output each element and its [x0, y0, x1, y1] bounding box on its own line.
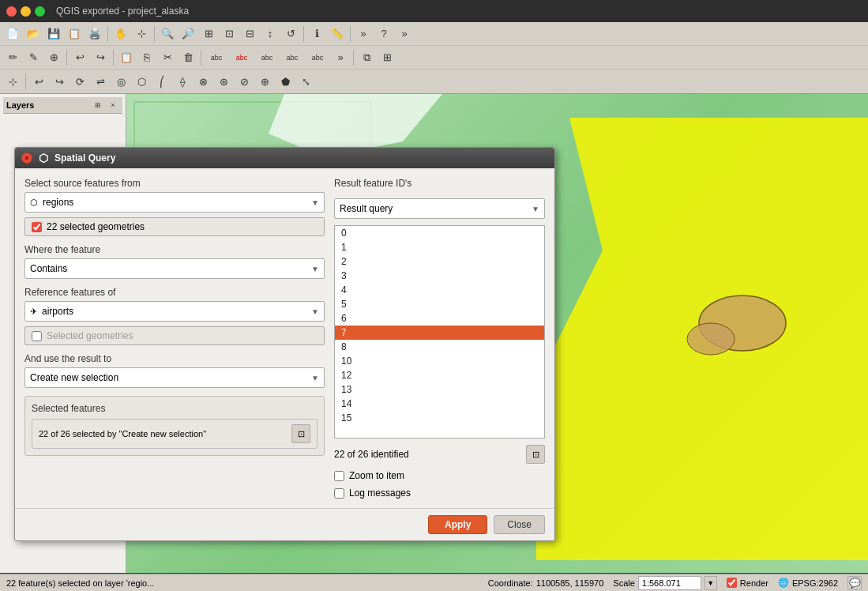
modal-body: Select source features from ⬡ regions ▼ …: [15, 168, 554, 508]
selected-geom2-label: Selected geometries: [47, 330, 133, 341]
result-combobox-value: Create new selection: [30, 372, 311, 383]
identified-label: 22 of 26 identified: [334, 449, 409, 460]
zoom-checkbox[interactable]: [334, 471, 344, 481]
modal-footer: Apply Close: [15, 508, 554, 540]
source-section: Select source features from ⬡ regions ▼ …: [24, 178, 325, 236]
result-list-item[interactable]: 8: [335, 340, 544, 354]
modal-close-icon: ×: [24, 154, 28, 162]
selected-geom-checkbox[interactable]: [32, 222, 42, 232]
result-combobox[interactable]: Create new selection ▼: [24, 367, 325, 388]
result-list-item[interactable]: 1: [335, 240, 544, 254]
modal-icon: ⬡: [39, 152, 48, 164]
selected-geom-label: 22 selected geometries: [47, 221, 145, 232]
log-label: Log messages: [349, 487, 411, 499]
where-combobox-arrow: ▼: [311, 265, 319, 273]
close-button[interactable]: Close: [494, 515, 545, 534]
result-list-item[interactable]: 7: [335, 326, 544, 340]
result-list-item[interactable]: 14: [335, 397, 544, 411]
modal-title: Spatial Query: [54, 152, 115, 164]
result-query-value: Result query: [340, 203, 532, 214]
selected-geom2-row: Selected geometries: [24, 326, 325, 345]
selected-geom2-checkbox[interactable]: [32, 331, 42, 341]
result-list-item[interactable]: 3: [335, 269, 544, 283]
identified-row: 22 of 26 identified ⊡: [334, 445, 545, 464]
where-section: Where the feature Contains ▼: [24, 244, 325, 279]
result-list[interactable]: 0123456781012131415: [334, 225, 545, 439]
result-use-label: And use the result to: [24, 353, 325, 364]
result-query-arrow: ▼: [532, 205, 539, 213]
result-list-item[interactable]: 2: [335, 254, 544, 269]
result-list-item[interactable]: 0: [335, 226, 544, 240]
spatial-query-modal: × ⬡ Spatial Query Select source features…: [14, 147, 555, 541]
modal-title-bar: × ⬡ Spatial Query: [15, 148, 554, 168]
source-combobox[interactable]: ⬡ regions ▼: [24, 192, 325, 213]
source-combobox-arrow: ▼: [311, 198, 319, 207]
source-combobox-value: regions: [43, 197, 311, 208]
reference-combobox-value: airports: [42, 306, 311, 317]
selected-features-value: 22 of 26 selected by "Create new selecti…: [39, 429, 291, 439]
reference-combobox-arrow: ▼: [311, 307, 319, 316]
reference-combobox[interactable]: ✈ airports ▼: [24, 301, 325, 322]
result-ids-label: Result feature ID's: [334, 178, 545, 189]
reference-label: Reference features of: [24, 287, 325, 298]
result-query-combobox[interactable]: Result query ▼: [334, 198, 545, 219]
modal-overlay: × ⬡ Spatial Query Select source features…: [0, 0, 868, 591]
where-combobox-value: Contains: [30, 263, 311, 274]
identified-icon-button[interactable]: ⊡: [526, 445, 545, 464]
zoom-row: Zoom to item: [334, 470, 545, 481]
zoom-label: Zoom to item: [349, 470, 404, 481]
reference-section: Reference features of ✈ airports ▼ Selec…: [24, 287, 325, 345]
modal-left-panel: Select source features from ⬡ regions ▼ …: [24, 178, 325, 499]
result-list-item[interactable]: 15: [335, 411, 544, 425]
source-combobox-icon: ⬡: [30, 198, 38, 208]
where-combobox[interactable]: Contains ▼: [24, 258, 325, 279]
selected-geom-row: 22 selected geometries: [24, 217, 325, 236]
source-label: Select source features from: [24, 178, 325, 189]
result-combobox-arrow: ▼: [311, 374, 319, 382]
apply-button[interactable]: Apply: [428, 515, 487, 534]
result-list-item[interactable]: 12: [335, 368, 544, 382]
result-list-item[interactable]: 4: [335, 283, 544, 297]
log-checkbox[interactable]: [334, 488, 344, 499]
log-row: Log messages: [334, 487, 545, 499]
reference-icon: ✈: [30, 307, 37, 317]
result-list-item[interactable]: 13: [335, 382, 544, 397]
modal-right-panel: Result feature ID's Result query ▼ 01234…: [334, 178, 545, 499]
selected-features-section: Selected features 22 of 26 selected by "…: [24, 396, 325, 456]
where-label: Where the feature: [24, 244, 325, 255]
modal-close-button[interactable]: ×: [21, 152, 32, 164]
selected-features-icon-button[interactable]: ⊡: [291, 424, 310, 443]
result-section: And use the result to Create new selecti…: [24, 353, 325, 388]
selected-features-box: 22 of 26 selected by "Create new selecti…: [32, 419, 318, 449]
result-list-item[interactable]: 10: [335, 354, 544, 368]
selected-features-title: Selected features: [32, 403, 318, 414]
result-list-item[interactable]: 5: [335, 297, 544, 311]
result-list-item[interactable]: 6: [335, 311, 544, 326]
